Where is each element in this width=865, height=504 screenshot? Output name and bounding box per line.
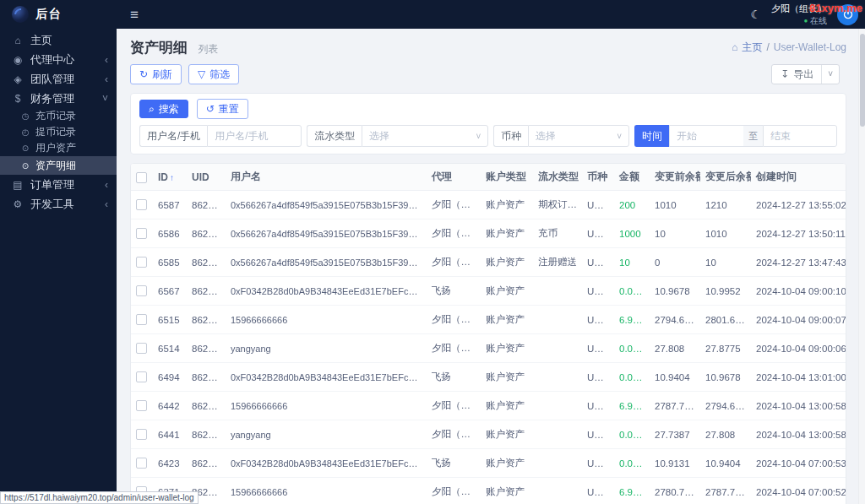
flow-type-filter: 流水类型 选择 ˅ [307, 125, 488, 147]
row-checkbox[interactable] [136, 400, 147, 411]
brand-name: 后台 [35, 7, 63, 22]
column-header-id[interactable]: ID↑ [153, 164, 187, 191]
cell-created_at: 2024-10-04 13:01:00 [751, 363, 846, 392]
cell-amount: 6.9693 [614, 392, 650, 420]
reset-icon: ↺ [206, 104, 215, 114]
table-row: 65678628120xF0342B28d0bA9B34843EeEd31E7b… [131, 277, 846, 306]
breadcrumb: ⌂ 主页 / User-Wallet-Log [732, 41, 846, 55]
username-filter-input[interactable] [207, 125, 302, 147]
menu-toggle-icon[interactable]: ≡ [130, 8, 139, 22]
cell-after_balance: 2801.6813 [700, 306, 751, 334]
refresh-button[interactable]: ↻ 刷新 [130, 64, 182, 84]
cell-after_balance: 2787.7253 [700, 478, 751, 504]
table-row: 6514862747yangyang夕阳（组长）账户资产USDT0.069527… [131, 334, 846, 363]
sidebar-item-主页[interactable]: ⌂主页 [0, 30, 117, 50]
coin-filter-label: 币种 [493, 125, 528, 147]
select-all-cell [131, 164, 153, 191]
sidebar-item-代理中心[interactable]: ◉代理中心‹ [0, 50, 117, 69]
cell-agent: 飞扬 [427, 277, 481, 306]
dark-mode-icon[interactable]: ☾ [750, 8, 761, 21]
chevron-down-icon[interactable]: ˅ [821, 65, 839, 84]
page-header: 资产明细 列表 ⌂ 主页 / User-Wallet-Log [130, 37, 846, 57]
reset-button[interactable]: ↺ 重置 [197, 99, 248, 119]
sidebar-subitem-提币记录[interactable]: ◴提币记录 [0, 124, 117, 140]
row-checkbox[interactable] [136, 429, 147, 440]
sidebar-item-订单管理[interactable]: ▤订单管理‹ [0, 175, 117, 194]
flow-type-select[interactable]: 选择 ˅ [362, 125, 488, 147]
filter-label: 筛选 [209, 69, 230, 79]
asset-detail-icon: ⊙ [20, 161, 30, 171]
time-start-input[interactable] [669, 125, 743, 147]
row-checkbox[interactable] [136, 199, 147, 210]
row-check-cell [131, 420, 153, 449]
table-row: 65878628230x566267a4df8549f5a3915E075B3b… [131, 191, 846, 219]
cell-uid: 862812 [187, 277, 226, 306]
sidebar-item-财务管理[interactable]: $财务管理˅ [0, 89, 117, 108]
row-check-cell [131, 334, 153, 363]
chevron-down-icon: ˅ [476, 132, 481, 141]
cell-username: 0x566267a4df8549f5a3915E075B3b15F394d1E3… [226, 248, 427, 277]
cell-amount: 1000 [614, 219, 650, 248]
scrollbar[interactable] [858, 29, 865, 504]
sidebar-subitem-用户资产[interactable]: ⊙用户资产 [0, 140, 117, 156]
cell-flow_type [533, 306, 582, 334]
row-check-cell [131, 306, 153, 334]
column-header-agent: 代理 [427, 164, 481, 191]
main-content: 资产明细 列表 ⌂ 主页 / User-Wallet-Log ↻ 刷新 ▽ 筛选… [117, 29, 858, 504]
cell-coin: USDT [582, 277, 614, 306]
cell-amount: 0.0274 [614, 277, 650, 306]
cell-agent: 夕阳（组长） [427, 191, 481, 219]
chevron-left-icon: ‹ [105, 179, 108, 191]
row-check-cell [131, 219, 153, 248]
search-button[interactable]: ⌕ 搜索 [139, 100, 188, 118]
user-asset-icon: ⊙ [20, 144, 30, 153]
cell-username: yangyang [226, 420, 427, 449]
chevron-left-icon: ‹ [105, 73, 108, 85]
cell-after_balance: 2794.6946 [700, 392, 751, 420]
filter-button[interactable]: ▽ 筛选 [188, 64, 239, 84]
row-checkbox[interactable] [136, 343, 147, 354]
table-row: 64238628120xF0342B28d0bA9B34843EeEd31E7b… [131, 449, 846, 478]
row-checkbox[interactable] [136, 285, 147, 296]
row-checkbox[interactable] [136, 228, 147, 239]
online-status: ● 在线 [771, 15, 827, 27]
cell-agent: 夕阳（组长） [427, 219, 481, 248]
row-checkbox[interactable] [136, 257, 147, 268]
table-row: 6441862747yangyang夕阳（组长）账户资产USDT0.069327… [131, 420, 846, 449]
breadcrumb-home-link[interactable]: 主页 [742, 41, 762, 55]
cell-before_balance: 2794.6946 [650, 306, 700, 334]
cell-created_at: 2024-10-04 09:00:10 [751, 277, 846, 306]
row-check-cell [131, 363, 153, 392]
cell-uid: 862823 [187, 248, 226, 277]
coin-select[interactable]: 选择 ˅ [528, 125, 629, 147]
cell-username: 15966666666 [226, 392, 427, 420]
coin-filter: 币种 选择 ˅ [493, 125, 629, 147]
sidebar-item-团队管理[interactable]: ◈团队管理‹ [0, 69, 117, 89]
cell-username: 0xF0342B28d0bA9B34843EeEd31E7bEFc297bb1d… [226, 277, 427, 306]
chevron-left-icon: ‹ [105, 198, 108, 210]
sort-asc-icon[interactable]: ↑ [170, 173, 174, 182]
time-end-input[interactable] [763, 125, 837, 147]
cell-uid: 862748 [187, 392, 226, 420]
cell-username: 15966666666 [226, 478, 427, 504]
cell-id: 6515 [153, 306, 187, 334]
cell-before_balance: 10 [650, 219, 700, 248]
export-icon: ↧ [781, 69, 789, 79]
row-checkbox[interactable] [136, 371, 147, 382]
online-dot-icon: ● [803, 17, 808, 24]
row-checkbox[interactable] [136, 458, 147, 469]
sidebar-subitem-资产明细[interactable]: ⊙资产明细 [0, 156, 117, 175]
cell-created_at: 2024-10-04 07:00:53 [751, 449, 846, 478]
select-all-checkbox[interactable] [136, 172, 147, 183]
cell-agent: 夕阳（组长） [427, 334, 481, 363]
export-button[interactable]: ↧ 导出 ˅ [771, 64, 840, 84]
flow-type-filter-label: 流水类型 [307, 125, 362, 147]
cell-before_balance: 27.7387 [650, 420, 700, 449]
column-header-username: 用户名 [226, 164, 427, 191]
row-checkbox[interactable] [136, 314, 147, 325]
sidebar-item-开发工具[interactable]: ⚙开发工具‹ [0, 194, 117, 214]
sidebar-subitem-充币记录[interactable]: ◷充币记录 [0, 108, 117, 124]
cell-flow_type [533, 334, 582, 363]
scrollbar-thumb[interactable] [860, 34, 865, 127]
cell-uid: 862747 [187, 420, 226, 449]
